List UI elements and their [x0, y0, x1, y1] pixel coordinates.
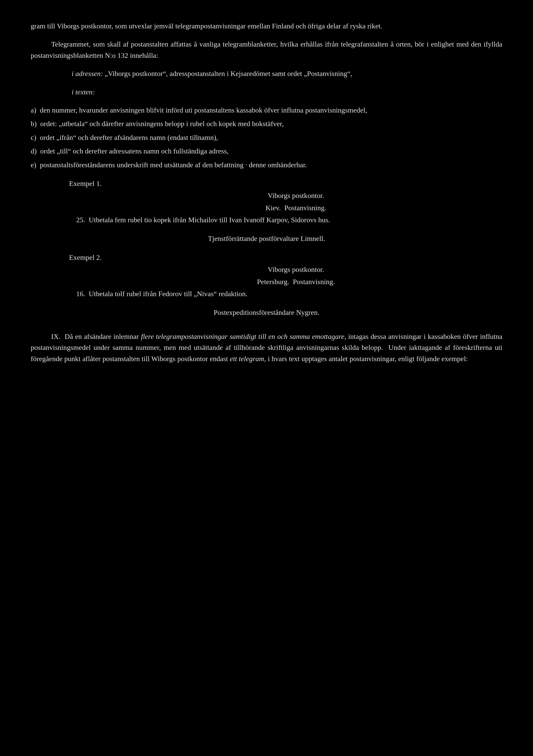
- example-2-line2: Petersburg. Postanvisning.: [90, 276, 502, 287]
- example-1-line1: Viborgs postkontor.: [90, 190, 502, 201]
- example-2-numbered: 16. Utbetala tolf rubel ifrån Fedorov ti…: [69, 288, 502, 299]
- example-2-sig: Postexpeditionsföreståndare Nygren.: [31, 307, 502, 318]
- i-texten-line: i texten:: [31, 87, 502, 97]
- example-1-label: Exempel 1.: [69, 178, 502, 189]
- section-ix-italic: flere telegrampostanvisningar samtidigt …: [141, 333, 346, 340]
- example-2-line1: Viborgs postkontor.: [90, 264, 502, 275]
- example-2-block: Exempel 2. Viborgs postkontor. Petersbur…: [69, 252, 502, 300]
- section-ix-italic2: ett telegram,: [230, 355, 266, 363]
- section-ix-paragraph: IX. Då en afsändare inlemnar flere teleg…: [31, 331, 502, 364]
- intro-text: gram till Viborgs postkontor, som utvexl…: [31, 22, 382, 30]
- i-adressen-line: i adressen: „Viborgs postkontor“, adress…: [31, 68, 502, 79]
- telegram-paragraph: Telegrammet, som skall af postanstalten …: [31, 39, 502, 61]
- intro-paragraph: gram till Viborgs postkontor, som utvexl…: [31, 20, 502, 32]
- example-1-numbered: 25. Utbetala fem rubel tio kopek ifrån M…: [69, 214, 502, 225]
- section-ix-roman: IX.: [51, 333, 61, 340]
- section-ix: IX. Då en afsändare inlemnar flere teleg…: [31, 331, 502, 364]
- example-1-sig: Tjenstförrättande postförvaltare Limnell…: [31, 233, 502, 244]
- example-1-line2: Kiev. Postanvisning.: [90, 202, 502, 213]
- telegram-text: Telegrammet, som skall af postanstalten …: [31, 40, 502, 59]
- i-adressen-text: „Viborgs postkontor“, adresspostanstalte…: [105, 69, 353, 77]
- list-items: a) den nummer, hvarunder anvisningen bli…: [31, 105, 502, 170]
- example-2-label: Exempel 2.: [69, 252, 502, 263]
- list-item-b: b) ordet: „utbetala“ och därefter anvisn…: [31, 118, 502, 129]
- example-1-block: Exempel 1. Viborgs postkontor. Kiev. Pos…: [69, 178, 502, 226]
- list-item-c: c) ordet „ifrån“ och derefter afsändaren…: [31, 132, 502, 143]
- page-content: gram till Viborgs postkontor, som utvexl…: [31, 20, 502, 364]
- list-item-a: a) den nummer, hvarunder anvisningen bli…: [31, 105, 502, 116]
- i-texten-label: i texten:: [72, 88, 95, 96]
- list-item-e: e) postanstaltsföreståndarens underskrif…: [31, 159, 502, 170]
- list-item-d: d) ordet „till“ och derefter adressatens…: [31, 146, 502, 156]
- i-adressen-label: i adressen:: [72, 69, 103, 77]
